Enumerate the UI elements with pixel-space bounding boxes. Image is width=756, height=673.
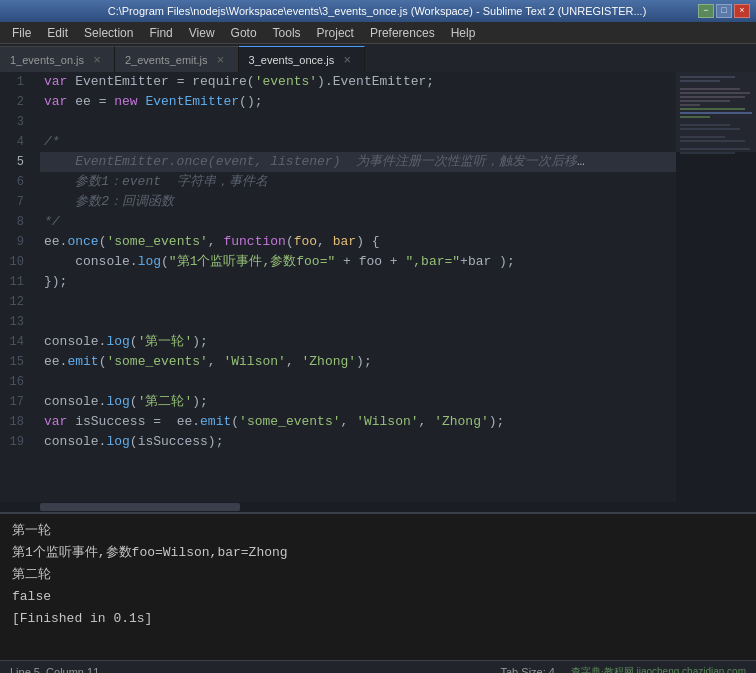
svg-rect-17 [676, 72, 756, 152]
code-line-16 [40, 372, 676, 392]
output-panel: 第一轮 第1个监听事件,参数foo=Wilson,bar=Zhong 第二轮 f… [0, 512, 756, 660]
line-num-5: 5 [0, 152, 32, 172]
code-line-17: console.log('第二轮'); [40, 392, 676, 412]
code-line-19: console.log(isSuccess); [40, 432, 676, 452]
line-num-17: 17 [0, 392, 32, 412]
output-line-4: false [12, 586, 744, 608]
minimap [676, 72, 756, 502]
menu-goto[interactable]: Goto [223, 22, 265, 44]
menu-view[interactable]: View [181, 22, 223, 44]
code-line-11: }); [40, 272, 676, 292]
menu-preferences[interactable]: Preferences [362, 22, 443, 44]
editor-container: 1 2 3 4 5 6 7 8 9 10 11 12 13 14 15 16 1… [0, 72, 756, 502]
tab-1-close[interactable]: × [90, 53, 104, 67]
line-num-18: 18 [0, 412, 32, 432]
code-line-7: 参数2：回调函数 [40, 192, 676, 212]
svg-rect-16 [680, 152, 735, 154]
tab-size: Tab Size: 4 [501, 666, 555, 674]
code-line-18: var isSuccess = ee.emit('some_events', '… [40, 412, 676, 432]
menu-selection[interactable]: Selection [76, 22, 141, 44]
menu-project[interactable]: Project [309, 22, 362, 44]
tab-1[interactable]: 1_events_on.js × [0, 46, 115, 72]
line-num-7: 7 [0, 192, 32, 212]
code-line-6: 参数1：event 字符串，事件名 [40, 172, 676, 192]
code-line-8: */ [40, 212, 676, 232]
code-line-12 [40, 292, 676, 312]
line-num-12: 12 [0, 292, 32, 312]
code-line-13 [40, 312, 676, 332]
tab-3[interactable]: 3_events_once.js × [239, 46, 366, 72]
window-title: C:\Program Files\nodejs\Workspace\events… [56, 5, 698, 17]
tab-2-label: 2_events_emit.js [125, 54, 208, 66]
cursor-position: Line 5, Column 11 [10, 666, 99, 674]
line-num-9: 9 [0, 232, 32, 252]
minimize-button[interactable]: − [698, 4, 714, 18]
menu-file[interactable]: File [4, 22, 39, 44]
status-right: Tab Size: 4 查字典·教程网 jiaocheng.chazidian.… [501, 665, 747, 674]
line-numbers: 1 2 3 4 5 6 7 8 9 10 11 12 13 14 15 16 1… [0, 72, 40, 502]
line-num-4: 4 [0, 132, 32, 152]
menu-help[interactable]: Help [443, 22, 484, 44]
line-num-6: 6 [0, 172, 32, 192]
tab-2[interactable]: 2_events_emit.js × [115, 46, 239, 72]
code-line-5: EventEmitter.once(event, listener) 为事件注册… [40, 152, 676, 172]
output-line-2: 第1个监听事件,参数foo=Wilson,bar=Zhong [12, 542, 744, 564]
window-controls: − □ × [698, 4, 750, 18]
tab-3-close[interactable]: × [340, 53, 354, 67]
status-bar: Line 5, Column 11 Tab Size: 4 查字典·教程网 ji… [0, 660, 756, 673]
site-logo: 查字典·教程网 jiaocheng.chazidian.com [571, 665, 746, 674]
code-line-4: /* [40, 132, 676, 152]
line-num-13: 13 [0, 312, 32, 332]
menu-edit[interactable]: Edit [39, 22, 76, 44]
tab-3-label: 3_events_once.js [249, 54, 335, 66]
output-line-5: [Finished in 0.1s] [12, 608, 744, 630]
line-num-16: 16 [0, 372, 32, 392]
scrollbar-thumb[interactable] [40, 503, 240, 511]
code-line-14: console.log('第一轮'); [40, 332, 676, 352]
code-line-3 [40, 112, 676, 132]
horizontal-scrollbar[interactable] [0, 502, 756, 512]
code-line-1: var EventEmitter = require('events').Eve… [40, 72, 676, 92]
code-line-2: var ee = new EventEmitter(); [40, 92, 676, 112]
menu-find[interactable]: Find [141, 22, 180, 44]
line-num-11: 11 [0, 272, 32, 292]
menu-bar: File Edit Selection Find View Goto Tools… [0, 22, 756, 44]
close-button[interactable]: × [734, 4, 750, 18]
status-left: Line 5, Column 11 [10, 666, 99, 674]
code-line-9: ee.once('some_events', function(foo, bar… [40, 232, 676, 252]
output-line-3: 第二轮 [12, 564, 744, 586]
maximize-button[interactable]: □ [716, 4, 732, 18]
menu-tools[interactable]: Tools [265, 22, 309, 44]
line-num-3: 3 [0, 112, 32, 132]
line-num-15: 15 [0, 352, 32, 372]
tab-1-label: 1_events_on.js [10, 54, 84, 66]
tab-2-close[interactable]: × [214, 53, 228, 67]
line-num-2: 2 [0, 92, 32, 112]
line-num-10: 10 [0, 252, 32, 272]
tab-bar: 1_events_on.js × 2_events_emit.js × 3_ev… [0, 44, 756, 72]
line-num-8: 8 [0, 212, 32, 232]
code-area[interactable]: var EventEmitter = require('events').Eve… [40, 72, 676, 502]
line-num-14: 14 [0, 332, 32, 352]
code-line-15: ee.emit('some_events', 'Wilson', 'Zhong'… [40, 352, 676, 372]
output-line-1: 第一轮 [12, 520, 744, 542]
line-num-19: 19 [0, 432, 32, 452]
code-line-10: console.log("第1个监听事件,参数foo=" + foo + ",b… [40, 252, 676, 272]
title-bar: C:\Program Files\nodejs\Workspace\events… [0, 0, 756, 22]
line-num-1: 1 [0, 72, 32, 92]
